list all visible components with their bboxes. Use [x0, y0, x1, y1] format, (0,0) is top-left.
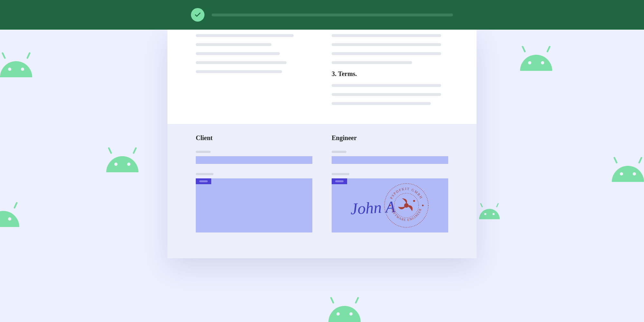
- svg-point-0: [8, 68, 11, 71]
- placeholder-line: [332, 34, 441, 37]
- pspdfkit-logo-icon: [396, 195, 417, 216]
- engineer-title: Engineer: [332, 134, 448, 142]
- engineer-signature-field[interactable]: John A PSPDFKIT GMBH: [332, 178, 448, 232]
- svg-point-24: [620, 172, 623, 175]
- signature-section: Client Engineer John A: [167, 124, 477, 258]
- client-title: Client: [196, 134, 312, 142]
- svg-point-9: [8, 217, 11, 221]
- document-page: 3. Terms. Client Engineer John: [167, 30, 477, 258]
- android-icon: [100, 147, 145, 172]
- svg-point-21: [493, 213, 495, 215]
- svg-point-12: [336, 312, 340, 316]
- svg-point-1: [21, 68, 24, 71]
- android-icon: [0, 201, 26, 227]
- placeholder-line: [332, 84, 441, 87]
- document-body: 3. Terms.: [167, 30, 477, 124]
- signature-tab-icon: [196, 178, 211, 184]
- placeholder-line: [196, 43, 271, 46]
- engineer-name-field[interactable]: [332, 156, 448, 164]
- document-right-column: 3. Terms.: [332, 34, 448, 111]
- placeholder-line: [196, 52, 280, 55]
- section-3-title: 3. Terms.: [332, 70, 448, 78]
- check-icon: [191, 8, 204, 22]
- svg-line-7: [134, 148, 136, 153]
- svg-point-13: [349, 312, 353, 316]
- placeholder-line: [332, 43, 441, 46]
- placeholder-line: [332, 102, 431, 105]
- placeholder-line: [196, 70, 282, 73]
- client-signature-field[interactable]: [196, 178, 312, 232]
- android-icon: [322, 296, 367, 322]
- signature-label: [196, 173, 213, 175]
- engineer-signature-content: John A PSPDFKIT GMBH: [332, 178, 448, 232]
- svg-point-25: [633, 172, 636, 175]
- company-stamp: PSPDFKIT GMBH SOFTWARE ENGINEER: [383, 182, 430, 229]
- svg-line-23: [497, 204, 498, 207]
- svg-point-5: [127, 163, 130, 166]
- placeholder-line: [196, 61, 287, 64]
- android-icon: [514, 45, 559, 71]
- signature-label: [332, 173, 349, 175]
- svg-line-22: [481, 204, 482, 207]
- svg-line-3: [27, 53, 30, 58]
- progress-bar: [212, 14, 453, 16]
- engineer-signature-block: Engineer John A: [332, 134, 448, 232]
- placeholder-line: [332, 93, 441, 96]
- svg-line-27: [639, 158, 641, 163]
- svg-line-15: [356, 298, 358, 303]
- svg-point-33: [422, 205, 424, 206]
- svg-line-14: [331, 298, 333, 303]
- client-name-field[interactable]: [196, 156, 312, 164]
- android-icon: [605, 156, 644, 182]
- svg-point-17: [541, 61, 544, 64]
- client-signature-block: Client: [196, 134, 312, 232]
- svg-line-18: [523, 47, 525, 52]
- svg-line-19: [547, 47, 550, 52]
- svg-point-20: [484, 213, 486, 215]
- svg-line-6: [109, 148, 111, 153]
- svg-point-35: [413, 200, 415, 202]
- svg-line-26: [614, 158, 617, 163]
- name-label: [332, 151, 346, 153]
- placeholder-line: [332, 52, 441, 55]
- svg-line-2: [3, 53, 5, 58]
- status-header: [0, 0, 644, 30]
- document-left-column: [196, 34, 312, 111]
- svg-point-16: [528, 61, 531, 64]
- placeholder-line: [196, 34, 294, 37]
- svg-point-4: [114, 163, 118, 166]
- name-label: [196, 151, 211, 153]
- android-icon: [475, 200, 504, 222]
- svg-point-32: [389, 205, 391, 206]
- svg-line-11: [14, 203, 17, 208]
- placeholder-line: [332, 61, 412, 64]
- android-icon: [0, 52, 39, 77]
